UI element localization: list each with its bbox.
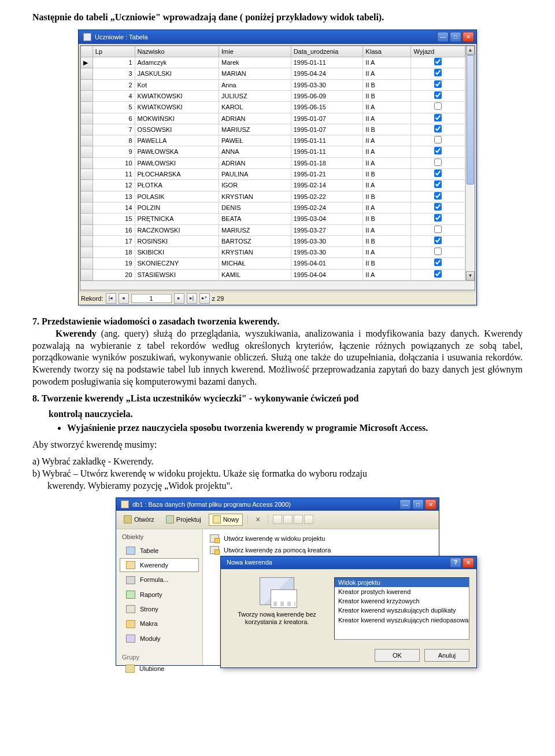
scroll-thumb[interactable] <box>467 55 474 185</box>
cell[interactable]: Marek <box>219 57 291 68</box>
row-selector[interactable] <box>81 135 93 146</box>
row-selector[interactable] <box>81 68 93 79</box>
dialog-help-button[interactable]: ? <box>450 558 461 568</box>
wyjazd-checkbox[interactable] <box>434 69 442 76</box>
cell[interactable]: PAWŁOWSKA <box>135 146 219 157</box>
wyjazd-checkbox-cell[interactable] <box>411 169 465 180</box>
row-selector[interactable] <box>81 79 93 90</box>
cell[interactable]: 1995-04-01 <box>291 258 363 269</box>
col-wyjazd[interactable]: Wyjazd <box>411 46 465 57</box>
query-type-option[interactable]: Kreator kwerend wyszukujących duplikaty <box>335 606 469 615</box>
cell[interactable]: Anna <box>219 79 291 90</box>
row-selector[interactable] <box>81 191 93 202</box>
db-titlebar[interactable]: db1 : Baza danych (format pliku programu… <box>116 498 439 511</box>
wyjazd-checkbox-cell[interactable] <box>411 102 465 113</box>
cell[interactable]: 1995-03-30 <box>291 235 363 246</box>
row-selector[interactable] <box>81 169 93 180</box>
cell[interactable]: 1995-02-14 <box>291 180 363 191</box>
nav-item-raporty[interactable]: Raporty <box>120 588 199 602</box>
nav-first-button[interactable]: |◂ <box>106 293 116 304</box>
cell[interactable]: II A <box>363 102 411 113</box>
cell[interactable]: PAWELLA <box>135 135 219 146</box>
cell[interactable]: KAROL <box>219 102 291 113</box>
cell[interactable]: II B <box>363 79 411 90</box>
minimize-button[interactable]: — <box>437 32 449 42</box>
row-selector[interactable] <box>81 235 93 246</box>
cell[interactable]: OSSOWSKI <box>135 124 219 135</box>
cell[interactable]: 19 <box>92 258 135 269</box>
row-selector[interactable]: ▶ <box>81 57 93 68</box>
cell[interactable]: II A <box>363 146 411 157</box>
view-details-icon[interactable] <box>304 515 313 524</box>
cell[interactable]: II A <box>363 68 411 79</box>
cell[interactable]: 1995-06-09 <box>291 90 363 101</box>
cell[interactable]: MOKWIŃSKI <box>135 113 219 124</box>
cell[interactable]: KAMIL <box>219 269 291 280</box>
cell[interactable]: II A <box>363 269 411 280</box>
cell[interactable]: II A <box>363 247 411 258</box>
query-type-listbox[interactable]: Widok projektuKreator prostych kwerendKr… <box>334 577 469 640</box>
cell[interactable]: 18 <box>92 247 135 258</box>
cell[interactable]: II B <box>363 258 411 269</box>
vertical-scrollbar[interactable]: ▲ ▼ <box>465 46 475 290</box>
cell[interactable]: 12 <box>92 180 135 191</box>
cell[interactable]: JASKULSKI <box>135 68 219 79</box>
row-selector[interactable] <box>81 90 93 101</box>
wyjazd-checkbox[interactable] <box>434 80 442 88</box>
nav-favorites[interactable]: Ulubione <box>120 662 199 675</box>
dialog-titlebar[interactable]: Nowa kwerenda ? ✕ <box>221 556 476 569</box>
wyjazd-checkbox[interactable] <box>434 192 442 200</box>
query-type-option[interactable]: Kreator kwerend wyszukujących niedopasow… <box>335 615 469 625</box>
nav-next-button[interactable]: ▸ <box>174 293 184 304</box>
close-button[interactable]: ✕ <box>462 32 474 42</box>
wyjazd-checkbox-cell[interactable] <box>411 269 465 280</box>
cell[interactable]: KWIATKOWSKI <box>135 90 219 101</box>
cell[interactable]: MARIAN <box>219 68 291 79</box>
query-type-option[interactable]: Widok projektu <box>335 578 469 587</box>
cell[interactable]: Kot <box>135 79 219 90</box>
cell[interactable]: 20 <box>92 269 135 280</box>
table-row[interactable]: 8PAWELLAPAWEŁ1995-01-11II A <box>81 135 465 146</box>
db-close-button[interactable]: ✕ <box>425 499 436 510</box>
cell[interactable]: POLASIK <box>135 191 219 202</box>
db-minimize-button[interactable]: — <box>399 499 411 510</box>
cell[interactable]: II B <box>363 191 411 202</box>
row-selector[interactable] <box>81 124 93 135</box>
cell[interactable]: 4 <box>92 90 135 101</box>
table-row[interactable]: 3JASKULSKIMARIAN1995-04-24II A <box>81 68 465 79</box>
nav-last-button[interactable]: ▸| <box>187 293 197 304</box>
table-row[interactable]: 12PŁOTKAIGOR1995-02-14II A <box>81 180 465 191</box>
row-selector[interactable] <box>81 202 93 213</box>
table-row[interactable]: 11PŁOCHARSKAPAULINA1995-01-21II B <box>81 169 465 180</box>
wyjazd-checkbox-cell[interactable] <box>411 79 465 90</box>
dialog-close-button[interactable]: ✕ <box>462 558 474 568</box>
cell[interactable]: JULIUSZ <box>219 90 291 101</box>
cell[interactable]: 17 <box>92 235 135 246</box>
nav-item-makra[interactable]: Makra <box>120 617 199 630</box>
cell[interactable]: 1995-03-30 <box>291 79 363 90</box>
cell[interactable]: 6 <box>92 113 135 124</box>
cell[interactable]: 1995-02-24 <box>291 202 363 213</box>
wyjazd-checkbox-cell[interactable] <box>411 180 465 191</box>
wyjazd-checkbox[interactable] <box>434 91 442 99</box>
cell[interactable]: 1995-04-04 <box>291 269 363 280</box>
cell[interactable]: ADRIAN <box>219 113 291 124</box>
cell[interactable]: II B <box>363 124 411 135</box>
wyjazd-checkbox-cell[interactable] <box>411 157 465 168</box>
cell[interactable]: ROSIŃSKI <box>135 235 219 246</box>
cell[interactable]: II A <box>363 157 411 168</box>
cell[interactable]: MARIUSZ <box>219 224 291 235</box>
cell[interactable]: ANNA <box>219 146 291 157</box>
nav-item-moduy[interactable]: Moduły <box>120 632 199 646</box>
table-row[interactable]: 7OSSOWSKIMARIUSZ1995-01-07II B <box>81 124 465 135</box>
wyjazd-checkbox-cell[interactable] <box>411 191 465 202</box>
cell[interactable]: POLZIN <box>135 202 219 213</box>
scroll-down-button[interactable]: ▼ <box>466 271 475 281</box>
view-small-icon[interactable] <box>283 515 293 524</box>
datasheet-grid[interactable]: Lp Nazwisko Imie Data_urodzenia Klasa Wy… <box>80 45 475 290</box>
cell[interactable]: PŁOTKA <box>135 180 219 191</box>
record-number-input[interactable]: 1 <box>131 294 172 303</box>
table-row[interactable]: 13POLASIKKRYSTIAN1995-02-22II B <box>81 191 465 202</box>
maximize-button[interactable]: □ <box>450 32 461 42</box>
cell[interactable]: 1995-01-18 <box>291 157 363 168</box>
